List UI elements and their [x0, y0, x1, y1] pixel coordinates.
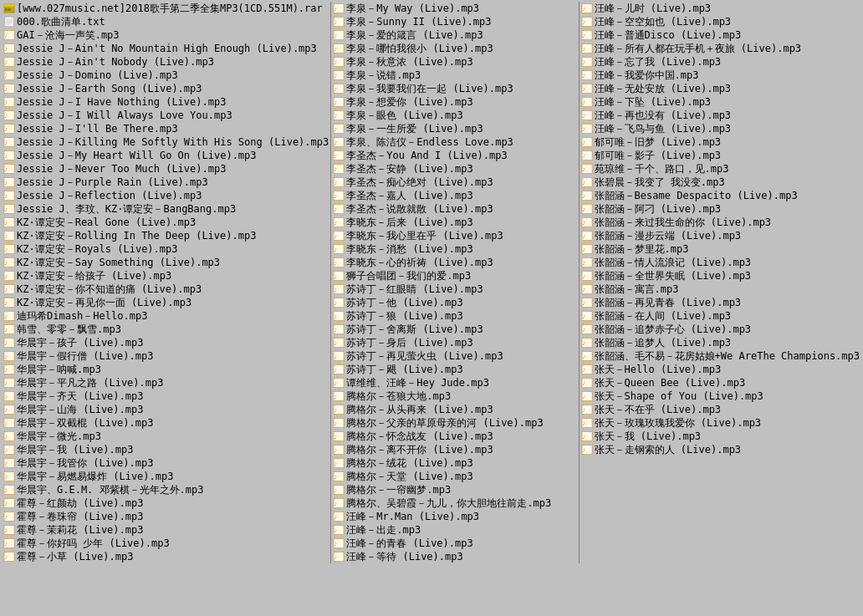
list-item[interactable]: ♪ 苏诗丁－飓 (Live).mp3	[331, 363, 578, 376]
list-item[interactable]: ♪ 华晨宇－双截棍 (Live).mp3	[2, 416, 330, 430]
list-item[interactable]: ♪ 李圣杰－You And I (Live).mp3	[331, 149, 578, 162]
list-item[interactable]: ♪ KZ·谭定安－Royals (Live).mp3	[2, 242, 330, 256]
list-item[interactable]: ♪ 张天－不在乎 (Live).mp3	[580, 403, 861, 416]
list-item[interactable]: ♪ 张韶涵－全世界失眠 (Live).mp3	[580, 269, 861, 283]
list-item[interactable]: ♪ 李泉－爱的箴言 (Live).mp3	[331, 28, 578, 42]
list-item[interactable]: ♪ 张天－走钢索的人 (Live).mp3	[580, 443, 861, 456]
list-item[interactable]: ♪ Jessie J－I Will Always Love You.mp3	[2, 109, 330, 122]
list-item[interactable]: ♪ KZ·谭定安－再见你一面 (Live).mp3	[2, 296, 330, 309]
list-item[interactable]: ♪ 霍尊－红颜劫 (Live).mp3	[2, 496, 330, 510]
list-item[interactable]: ♪ 汪峰－空空如也 (Live).mp3	[580, 15, 861, 28]
list-item[interactable]: ♪ Jessie J－I'll Be There.mp3	[2, 122, 330, 135]
list-item[interactable]: ♪ 李晓东－心的祈祷 (Live).mp3	[331, 256, 578, 269]
list-item[interactable]: ♪ Jessie J－Never Too Much (Live).mp3	[2, 162, 330, 176]
list-item[interactable]: ♪ 郁可唯－旧梦 (Live).mp3	[580, 135, 861, 149]
list-item[interactable]: ♪ 汪峰－再也没有 (Live).mp3	[580, 109, 861, 122]
list-item[interactable]: ♪ 霍尊－茉莉花 (Live).mp3	[2, 523, 330, 537]
list-item[interactable]: ♪ 张韶涵－梦里花.mp3	[580, 242, 861, 256]
list-item[interactable]: ♪ 汪峰－出走.mp3	[331, 523, 578, 537]
list-item[interactable]: ♪ 张天－我 (Live).mp3	[580, 430, 861, 443]
list-item[interactable]: ♪ 汪峰－的青春 (Live).mp3	[331, 537, 578, 550]
list-item[interactable]: ♪ 汪峰－无处安放 (Live).mp3	[580, 82, 861, 95]
list-item[interactable]: ♪ 李泉－一生所爱 (Live).mp3	[331, 122, 578, 135]
list-item[interactable]: ♪ 汪峰－我爱你中国.mp3	[580, 69, 861, 82]
list-item[interactable]: ♪ Jessie J－My Heart Will Go On (Live).mp…	[2, 149, 330, 162]
list-item[interactable]: ♪ 张韶涵－情人流浪记 (Live).mp3	[580, 256, 861, 269]
list-item[interactable]: ♪ Jessie J－Purple Rain (Live).mp3	[2, 176, 330, 189]
list-item[interactable]: ♪ 腾格尔－绒花 (Live).mp3	[331, 456, 578, 470]
list-item[interactable]: ♪ 迪玛希Dimash－Hello.mp3	[2, 309, 330, 323]
list-item[interactable]: ♪ KZ·谭定安－Say Something (Live).mp3	[2, 256, 330, 269]
list-item[interactable]: ♪ 张韶涵、毛不易－花房姑娘+We AreThe Champions.mp3	[580, 349, 861, 363]
list-item[interactable]: ♪ 华晨宇－齐天 (Live).mp3	[2, 389, 330, 403]
list-item[interactable]: ♪ 华晨宇－我 (Live).mp3	[2, 443, 330, 456]
list-item[interactable]: ♪ 苏诗丁－再见萤火虫 (Live).mp3	[331, 349, 578, 363]
list-item[interactable]: ♪ 霍尊－小草 (Live).mp3	[2, 550, 330, 563]
list-item[interactable]: ♪ Jessie J－Ain't Nobody (Live).mp3	[2, 55, 330, 69]
list-item[interactable]: ♪ Jessie J、李玟、KZ·谭定安－BangBang.mp3	[2, 202, 330, 216]
list-item[interactable]: ♪ 李晓东－我心里在乎 (Live).mp3	[331, 229, 578, 242]
list-item[interactable]: ♪ 李泉－My Way (Live).mp3	[331, 2, 578, 15]
list-item[interactable]: ♪ 汪峰－儿时 (Live).mp3	[580, 2, 861, 15]
list-item[interactable]: ♪ 张韶涵－来过我生命的你 (Live).mp3	[580, 216, 861, 229]
list-item[interactable]: ♪ 李泉－我要我们在一起 (Live).mp3	[331, 82, 578, 95]
list-item[interactable]: ♪ 华晨宇－山海 (Live).mp3	[2, 403, 330, 416]
list-item[interactable]: ♪ 霍尊－卷珠帘 (Live).mp3	[2, 510, 330, 523]
list-item[interactable]: ♪ Jessie J－Domino (Live).mp3	[2, 69, 330, 82]
list-item[interactable]: ♪ 华晨宇－平凡之路 (Live).mp3	[2, 376, 330, 389]
list-item[interactable]: ♪ 张天－玫瑰玫瑰我爱你 (Live).mp3	[580, 416, 861, 430]
list-item[interactable]: ♪ 李泉、陈洁仪－Endless Love.mp3	[331, 135, 578, 149]
list-item[interactable]: ♪ KZ·谭定安－你不知道的痛 (Live).mp3	[2, 283, 330, 296]
list-item[interactable]: ♪ 谭维维、汪峰－Hey Jude.mp3	[331, 376, 578, 389]
list-item[interactable]: ♪ 苏诗丁－狼 (Live).mp3	[331, 309, 578, 323]
list-item[interactable]: ♪ KZ·谭定安－Rolling In The Deep (Live).mp3	[2, 229, 330, 242]
list-item[interactable]: ♪ 张碧晨－我变了 我没变.mp3	[580, 176, 861, 189]
list-item[interactable]: ♪ 张韶涵－在人间 (Live).mp3	[580, 309, 861, 323]
list-item[interactable]: ♪ 张天－Queen Bee (Live).mp3	[580, 376, 861, 389]
list-item[interactable]: ♪ 李泉－Sunny II (Live).mp3	[331, 15, 578, 28]
list-item[interactable]: ♪ 华晨宇－呐喊.mp3	[2, 363, 330, 376]
list-item[interactable]: ♪ 华晨宇、G.E.M. 邓紫棋－光年之外.mp3	[2, 483, 330, 496]
list-item[interactable]: ♪ 狮子合唱团－我们的爱.mp3	[331, 269, 578, 283]
list-item[interactable]: ♪ 腾格尔－怀念战友 (Live).mp3	[331, 430, 578, 443]
list-item[interactable]: ♪ GAI－沧海一声笑.mp3	[2, 28, 330, 42]
list-item[interactable]: ♪ 苏诗丁－舍离斯 (Live).mp3	[331, 323, 578, 336]
list-item[interactable]: ♪ 苏诗丁－他 (Live).mp3	[331, 296, 578, 309]
list-item[interactable]: ♪ 汪峰－下坠 (Live).mp3	[580, 95, 861, 109]
list-item[interactable]: ♪ 腾格尔、吴碧霞－九儿，你大胆地往前走.mp3	[331, 496, 578, 510]
list-item[interactable]: ♪ 李圣杰－说散就散 (Live).mp3	[331, 202, 578, 216]
list-item[interactable]: ♪ 韩雪、零零－飘雪.mp3	[2, 323, 330, 336]
list-item[interactable]: ♪ 张天－Shape of You (Live).mp3	[580, 389, 861, 403]
list-item[interactable]: 000.歌曲清单.txt	[2, 15, 330, 28]
list-item[interactable]: ♪ 汪峰－飞鸟与鱼 (Live).mp3	[580, 122, 861, 135]
list-item[interactable]: ♪ 汪峰－所有人都在玩手机＋夜旅 (Live).mp3	[580, 42, 861, 55]
list-item[interactable]: ♪ 汪峰－等待 (Live).mp3	[331, 550, 578, 563]
list-item[interactable]: ♪ 腾格尔－离不开你 (Live).mp3	[331, 443, 578, 456]
list-item[interactable]: ♪ 李泉－哪怕我很小 (Live).mp3	[331, 42, 578, 55]
list-item[interactable]: ♪ 张韶涵－阿刁 (Live).mp3	[580, 202, 861, 216]
list-item[interactable]: ♪ 华晨宇－假行僧 (Live).mp3	[2, 349, 330, 363]
list-item[interactable]: ♪ 郁可唯－影子 (Live).mp3	[580, 149, 861, 162]
list-item[interactable]: ♪ 李晓东－消愁 (Live).mp3	[331, 242, 578, 256]
list-item[interactable]: ♪ 张韶涵－再见青春 (Live).mp3	[580, 296, 861, 309]
list-item[interactable]: ♪ 华晨宇－微光.mp3	[2, 430, 330, 443]
list-item[interactable]: ♪ Jessie J－Ain't No Mountain High Enough…	[2, 42, 330, 55]
list-item[interactable]: ♪ 华晨宇－孩子 (Live).mp3	[2, 336, 330, 349]
list-item[interactable]: ♪ 华晨宇－易燃易爆炸 (Live).mp3	[2, 470, 330, 483]
list-item[interactable]: ♪ 李圣杰－嘉人 (Live).mp3	[331, 189, 578, 202]
list-item[interactable]: ♪ 李晓东－后来 (Live).mp3	[331, 216, 578, 229]
list-item[interactable]: ♪ KZ·谭定安－Real Gone (Live).mp3	[2, 216, 330, 229]
list-item[interactable]: ♪ 张韶涵－Besame Despacito (Live).mp3	[580, 189, 861, 202]
list-item[interactable]: ♪ 汪峰－普通Disco (Live).mp3	[580, 28, 861, 42]
list-item[interactable]: ♪ 华晨宇－我管你 (Live).mp3	[2, 456, 330, 470]
list-item[interactable]: ♪ 张天－Hello (Live).mp3	[580, 363, 861, 376]
list-item[interactable]: ♪ Jessie J－Killing Me Softly With His So…	[2, 135, 330, 149]
list-item[interactable]: ♪ 霍尊－你好吗 少年 (Live).mp3	[2, 537, 330, 550]
list-item[interactable]: ♪ 苏诗丁－身后 (Live).mp3	[331, 336, 578, 349]
list-item[interactable]: ♪ 汪峰－忘了我 (Live).mp3	[580, 55, 861, 69]
list-item[interactable]: ♪ 张韶涵－追梦人 (Live).mp3	[580, 336, 861, 349]
list-item[interactable]: ♪ 李泉－想爱你 (Live).mp3	[331, 95, 578, 109]
list-item[interactable]: ♪ 张韶涵－漫步云端 (Live).mp3	[580, 229, 861, 242]
list-item[interactable]: ♪ 苑琼维－千个、路口，见.mp3	[580, 162, 861, 176]
list-item[interactable]: ♪ 李泉－眼色 (Live).mp3	[331, 109, 578, 122]
